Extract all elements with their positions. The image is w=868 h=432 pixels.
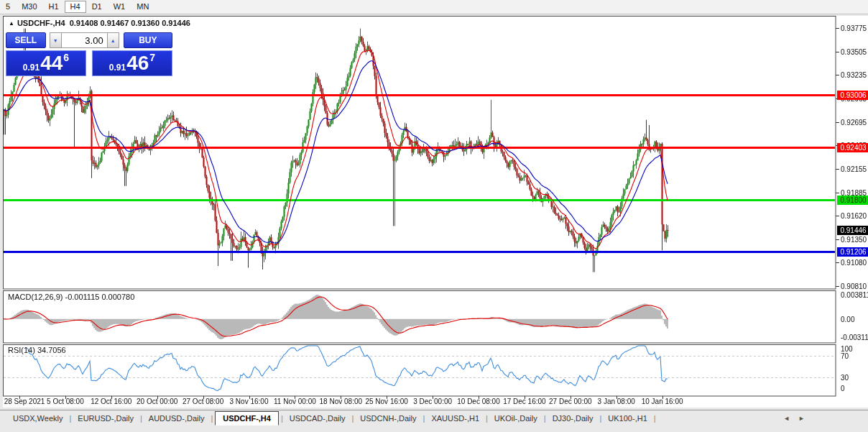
chart-window: ▲USDCHF-,H4 0.91408 0.91467 0.91360 0.91… — [3, 16, 868, 408]
volume-decrement-button[interactable]: ▼ — [50, 32, 62, 48]
sell-price-big: 44 — [40, 52, 63, 74]
tab-separator: | — [652, 414, 658, 423]
buy-price-pip: 7 — [149, 52, 155, 63]
time-axis-label: 3 Dec 00:00 — [413, 397, 452, 405]
time-axis-label: 27 Dec 00:00 — [549, 397, 592, 405]
price-axis-tick: 0.91620 — [841, 212, 868, 220]
tab-separator: | — [349, 414, 356, 423]
chart-title: ▲USDCHF-,H4 0.91408 0.91467 0.91360 0.91… — [9, 19, 190, 27]
chart-tab-usdx-weekly[interactable]: USDX,Weekly — [9, 411, 67, 426]
rsi-axis-label: 70 — [841, 352, 849, 360]
volume-input[interactable] — [62, 32, 107, 48]
macd-axis-label: 0.00 — [841, 316, 854, 323]
timeframe-button-h1[interactable]: H1 — [43, 1, 65, 13]
collapse-icon[interactable]: ▲ — [9, 20, 14, 27]
time-axis-label: 28 Sep 2021 — [4, 397, 45, 405]
time-axis-label: 20 Oct 00:00 — [137, 397, 177, 405]
macd-indicator-label: MACD(12,26,9) -0.001115 0.000780 — [8, 293, 134, 301]
hline-price-label: 0.93006 — [837, 91, 868, 100]
rsi-axis-label: 0 — [841, 385, 845, 392]
timeframe-button-mn[interactable]: MN — [131, 1, 154, 13]
time-axis-label: 12 Oct 16:00 — [91, 397, 131, 405]
trading-terminal: 5M30H1H4D1W1MN ▲USDCHF-,H4 0.91408 0.914… — [0, 0, 868, 432]
tab-scroll-right-icon[interactable]: ► — [798, 415, 805, 422]
tab-separator: | — [67, 414, 73, 423]
price-axis-tick: 0.92155 — [841, 165, 868, 173]
order-panel-prices: 0.91 44 6 0.91 46 7 — [6, 50, 172, 76]
price-axis-tick: 0.90810 — [841, 282, 868, 290]
chart-tab-uk100-h1[interactable]: UK100-,H1 — [604, 411, 651, 426]
price-axis-tick: 0.91080 — [841, 259, 868, 267]
chart-tab-xauusd-h1[interactable]: XAUUSD-,H1 — [427, 411, 484, 426]
price-axis-tick: 0.93775 — [841, 24, 868, 32]
macd-axis-label: 0.003811 — [841, 291, 868, 299]
chart-symbol-label: USDCHF-,H4 — [17, 19, 65, 27]
hline-price-label: 0.92403 — [837, 143, 868, 152]
sell-price-pip: 6 — [63, 52, 69, 63]
chart-tab-bar: USDX,Weekly|EURUSD-,Daily|AUDUSD-,Daily|… — [0, 410, 868, 432]
chart-tab-audusd-daily[interactable]: AUDUSD-,Daily — [144, 411, 209, 426]
timeframe-toolbar: 5M30H1H4D1W1MN — [0, 0, 868, 14]
time-axis-label: 3 Jan 08:00 — [598, 397, 635, 405]
time-axis-label: 10 Dec 08:00 — [457, 397, 500, 405]
chart-tab-ukoil-daily[interactable]: UKOil-,Daily — [490, 411, 542, 426]
chart-ohlc-values: 0.91408 0.91467 0.91360 0.91446 — [70, 19, 190, 27]
tab-separator: | — [597, 414, 604, 423]
current-price-label: 0.91446 — [837, 226, 868, 235]
hline-price-label: 0.91800 — [837, 196, 868, 205]
tab-separator: | — [542, 414, 548, 423]
price-axis-tick: 0.93505 — [841, 48, 868, 56]
tab-separator: | — [279, 414, 285, 423]
tab-separator: | — [484, 414, 490, 423]
timeframe-button-m30[interactable]: M30 — [16, 1, 42, 13]
chart-tab-usdchf-h4[interactable]: USDCHF-,H4 — [215, 411, 279, 426]
buy-price-prefix: 0.91 — [109, 63, 126, 73]
chart-tab-eurusd-daily[interactable]: EURUSD-,Daily — [73, 411, 138, 426]
tab-separator: | — [208, 414, 215, 423]
price-axis-tick: 0.93235 — [841, 71, 868, 79]
buy-button[interactable]: BUY — [124, 32, 172, 48]
time-axis-label: 27 Oct 08:00 — [183, 397, 223, 405]
time-axis-label: 17 Dec 16:00 — [503, 397, 546, 405]
order-panel-controls: SELL ▼ ▲ BUY — [6, 32, 172, 48]
timeframe-button-5[interactable]: 5 — [0, 1, 16, 13]
time-axis-label: 18 Nov 08:00 — [320, 397, 363, 405]
sell-button[interactable]: SELL — [6, 32, 46, 48]
rsi-axis-label: 30 — [841, 374, 849, 382]
time-axis-label: 10 Jan 16:00 — [642, 397, 683, 405]
order-panel: SELL ▼ ▲ BUY 0.91 44 6 0.91 46 7 — [6, 32, 172, 77]
chart-tab-usdcnh-daily[interactable]: USDCNH-,Daily — [356, 411, 420, 426]
tab-scroll-buttons: ◄ ► — [783, 415, 805, 422]
chart-tab-usdcad-daily[interactable]: USDCAD-,Daily — [285, 411, 350, 426]
time-axis-label: 11 Nov 00:00 — [274, 397, 316, 405]
sell-price-display[interactable]: 0.91 44 6 — [6, 50, 86, 76]
time-axis-label: 5 Oct 08:00 — [47, 397, 84, 405]
macd-axis-label: -0.003115 — [841, 334, 868, 341]
sell-price-prefix: 0.91 — [23, 63, 40, 73]
price-axis-tick: 0.92695 — [841, 119, 868, 127]
price-axis-tick: 0.91350 — [841, 236, 868, 244]
timeframe-button-w1[interactable]: W1 — [108, 1, 131, 13]
hline-price-label: 0.91206 — [837, 247, 868, 257]
tab-separator: | — [138, 414, 144, 423]
timeframe-button-d1[interactable]: D1 — [86, 1, 108, 13]
chart-tab-dj30-daily[interactable]: DJ30-,Daily — [548, 411, 598, 426]
tab-scroll-left-icon[interactable]: ◄ — [783, 415, 790, 422]
timeframe-button-h4[interactable]: H4 — [65, 1, 86, 13]
rsi-indicator-label: RSI(14) 34.7056 — [8, 346, 66, 354]
time-axis-label: 25 Nov 16:00 — [365, 397, 408, 405]
buy-price-display[interactable]: 0.91 46 7 — [92, 50, 172, 76]
buy-price-big: 46 — [126, 52, 149, 74]
volume-increment-button[interactable]: ▲ — [107, 32, 119, 48]
time-axis-label: 3 Nov 16:00 — [230, 397, 269, 405]
volume-stepper: ▼ ▲ — [50, 32, 119, 48]
chart-tabs: USDX,Weekly|EURUSD-,Daily|AUDUSD-,Daily|… — [9, 410, 658, 426]
tab-separator: | — [421, 414, 428, 423]
